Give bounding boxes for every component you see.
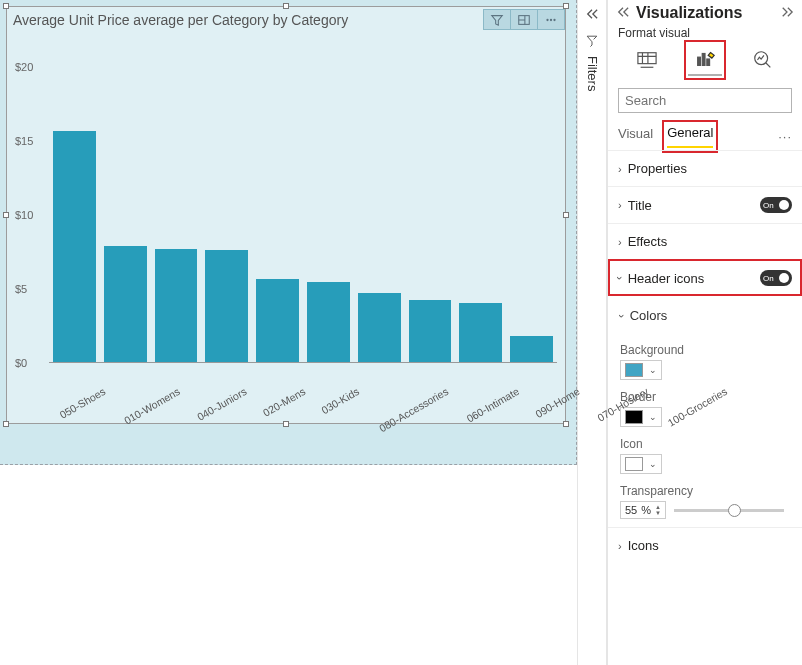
bar[interactable] <box>307 282 350 362</box>
panel-subhead: Format visual <box>608 26 802 40</box>
icon-color-picker[interactable]: ⌄ <box>620 454 662 474</box>
chevron-right-icon: › <box>618 236 622 248</box>
transparency-slider[interactable] <box>674 509 784 512</box>
visualizations-panel: Visualizations Format visual Visual Gene… <box>607 0 802 665</box>
chevron-right-icon: › <box>618 199 622 211</box>
resize-handle[interactable] <box>3 212 9 218</box>
bar[interactable] <box>459 303 502 362</box>
svg-rect-6 <box>702 54 705 66</box>
bar[interactable] <box>155 249 198 362</box>
resize-handle[interactable] <box>3 421 9 427</box>
search-field[interactable] <box>623 92 795 109</box>
transparency-input[interactable]: 55 % ▲▼ <box>620 501 666 519</box>
resize-handle[interactable] <box>563 3 569 9</box>
filter-icon[interactable] <box>483 9 511 30</box>
bar[interactable] <box>104 246 147 362</box>
svg-rect-4 <box>638 53 656 64</box>
section-header-icons[interactable]: › Header icons On <box>608 259 802 296</box>
resize-handle[interactable] <box>3 3 9 9</box>
format-visual-tab-icon[interactable] <box>688 44 722 76</box>
filters-icon[interactable] <box>584 33 600 52</box>
analytics-tab-icon[interactable] <box>746 44 780 76</box>
build-visual-tab-icon[interactable] <box>630 44 664 76</box>
chart-plot <box>49 43 557 363</box>
panel-title: Visualizations <box>636 4 742 22</box>
bar[interactable] <box>409 300 452 362</box>
resize-handle[interactable] <box>563 212 569 218</box>
filters-label[interactable]: Filters <box>585 56 600 91</box>
bar[interactable] <box>358 293 401 362</box>
svg-rect-5 <box>698 57 701 65</box>
format-subtabs: Visual General ··· <box>608 119 802 150</box>
collapse-icon[interactable] <box>616 4 630 22</box>
bar[interactable] <box>53 131 96 362</box>
section-colors[interactable]: › Colors <box>620 298 790 333</box>
chevron-right-icon: › <box>618 540 622 552</box>
x-axis-label: 010-Womens <box>122 379 205 449</box>
chevron-right-icon: › <box>618 163 622 175</box>
visual-title: Average Unit Price average per Category … <box>13 12 484 28</box>
format-tab-icons <box>608 40 802 82</box>
background-label: Background <box>620 343 790 357</box>
svg-rect-7 <box>707 59 710 65</box>
tab-general[interactable]: General <box>667 125 713 148</box>
expand-icon[interactable] <box>780 4 794 22</box>
visual-container[interactable]: Average Unit Price average per Category … <box>6 6 566 424</box>
resize-handle[interactable] <box>283 3 289 9</box>
x-axis-label: 040-Juniors <box>195 379 272 445</box>
svg-point-2 <box>550 18 552 20</box>
bar-chart: $0$5$10$15$20 050-Shoes010-Womens040-Jun… <box>13 35 559 417</box>
section-icons[interactable]: › Icons <box>608 527 802 563</box>
collapse-icon[interactable] <box>585 8 599 23</box>
transparency-label: Transparency <box>620 484 790 498</box>
title-toggle[interactable]: On <box>760 197 792 213</box>
svg-point-1 <box>546 18 548 20</box>
report-canvas[interactable]: Average Unit Price average per Category … <box>0 0 577 465</box>
chevron-down-icon: › <box>614 276 626 280</box>
bar[interactable] <box>205 250 248 362</box>
header-icons-toggle[interactable]: On <box>760 270 792 286</box>
chevron-down-icon: › <box>616 314 628 318</box>
section-effects[interactable]: › Effects <box>608 223 802 259</box>
focus-mode-icon[interactable] <box>510 9 538 30</box>
x-axis-label: 030-Kids <box>319 379 384 439</box>
svg-point-3 <box>553 18 555 20</box>
section-properties[interactable]: › Properties <box>608 150 802 186</box>
more-icon[interactable]: ··· <box>778 129 792 144</box>
x-axis-label: 020-Mens <box>261 379 331 441</box>
background-color-picker[interactable]: ⌄ <box>620 360 662 380</box>
filters-rail: Filters <box>577 0 607 665</box>
visual-header: Average Unit Price average per Category … <box>7 7 565 32</box>
section-title[interactable]: › Title On <box>608 186 802 223</box>
x-axis-label: 060-Intimate <box>464 379 544 447</box>
tab-visual[interactable]: Visual <box>618 126 653 147</box>
bar[interactable] <box>510 336 553 362</box>
more-options-icon[interactable] <box>537 9 565 30</box>
x-axis-label: 080-Accessories <box>377 379 474 457</box>
bar[interactable] <box>256 279 299 362</box>
search-input[interactable] <box>618 88 792 113</box>
x-axis-label: 050-Shoes <box>57 379 130 443</box>
